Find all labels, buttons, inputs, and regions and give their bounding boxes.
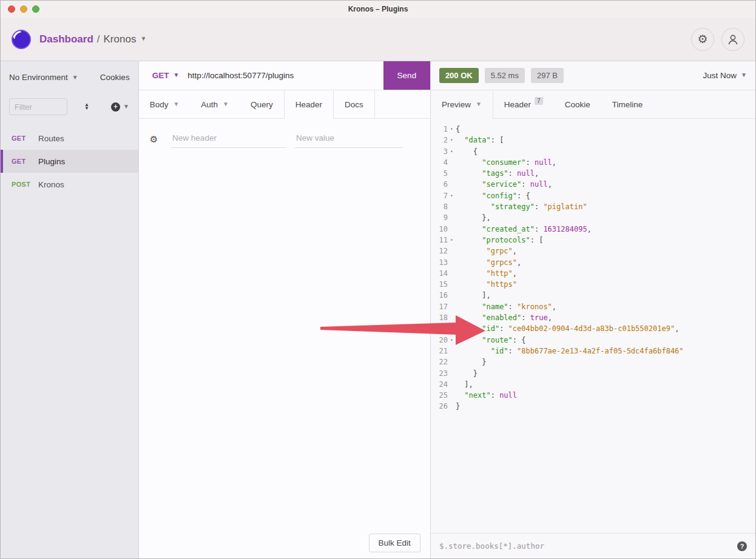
send-button[interactable]: Send xyxy=(383,61,430,90)
environment-selector[interactable]: No Environment▼ xyxy=(9,73,78,82)
tab-body[interactable]: Body▼ xyxy=(139,90,191,118)
code-line: 19 "id": "ce04bb02-0904-4d3d-a83b-c01b55… xyxy=(431,323,755,334)
titlebar: Kronos – Plugins xyxy=(1,1,755,18)
chevron-down-icon: ▼ xyxy=(741,72,747,78)
chevron-down-icon: ▼ xyxy=(173,72,179,78)
tab-header[interactable]: Header xyxy=(284,90,334,119)
size-badge: 297 B xyxy=(531,68,564,83)
settings-button[interactable]: ⚙ xyxy=(691,28,714,51)
time-badge: 5.52 ms xyxy=(485,68,525,83)
code-line: 22 } xyxy=(431,356,755,367)
header-count-badge: 7 xyxy=(535,97,543,105)
code-line: 3▾ { xyxy=(431,146,755,157)
response-history-dropdown[interactable]: Just Now▼ xyxy=(703,71,747,80)
method-dropdown[interactable]: GET▼ xyxy=(139,61,188,90)
status-badge: 200 OK xyxy=(439,68,479,83)
code-line: 2▾ "data": [ xyxy=(431,135,755,146)
method-label: GET xyxy=(12,158,38,165)
code-line: 13 "grpcs", xyxy=(431,257,755,268)
account-button[interactable] xyxy=(721,28,744,51)
tab-auth[interactable]: Auth▼ xyxy=(190,90,240,118)
code-line: 5 "tags": null, xyxy=(431,168,755,179)
new-header-name-input[interactable] xyxy=(171,131,286,148)
chevron-down-icon[interactable]: ▼ xyxy=(140,35,146,42)
response-pane: 200 OK 5.52 ms 297 B Just Now▼ Preview▼ … xyxy=(431,61,755,558)
code-line: 18 "enabled": true, xyxy=(431,312,755,323)
code-line: 26} xyxy=(431,401,755,412)
cookies-button[interactable]: Cookies xyxy=(100,73,130,82)
sidebar-item-routes[interactable]: GET Routes xyxy=(1,127,138,150)
code-line: 12 "grpc", xyxy=(431,246,755,256)
url-input[interactable]: http://localhost:50777/plugins xyxy=(187,61,383,90)
code-line: 8 "strategy": "piglatin" xyxy=(431,201,755,212)
chevron-down-icon: ▼ xyxy=(476,101,482,107)
app-header: Dashboard / Kronos ▼ ⚙ xyxy=(1,18,755,61)
create-request-button[interactable]: + ▼ xyxy=(111,102,129,112)
code-line: 16 ], xyxy=(431,290,755,301)
code-line: 11▾ "protocols": [ xyxy=(431,235,755,246)
app-window: Kronos – Plugins Dashboard / Kronos ▼ ⚙ … xyxy=(0,0,756,559)
method-label: POST xyxy=(12,181,38,188)
gear-icon: ⚙ xyxy=(697,32,707,46)
window-title: Kronos – Plugins xyxy=(1,5,755,13)
tab-preview[interactable]: Preview▼ xyxy=(431,90,493,119)
user-icon xyxy=(727,33,739,45)
header-options-gear-icon[interactable]: ⚙ xyxy=(150,134,158,145)
code-line: 24 ], xyxy=(431,379,755,390)
request-name: Kronos xyxy=(38,180,64,189)
code-line: 21 "id": "8bb677ae-2e13-4a2f-af05-5dc4fa… xyxy=(431,346,755,356)
code-line: 1▾{ xyxy=(431,124,755,135)
breadcrumb-project[interactable]: Dashboard xyxy=(39,33,93,45)
code-line: 17 "name": "kronos", xyxy=(431,301,755,312)
code-line: 20▾ "route": { xyxy=(431,335,755,346)
code-line: 10 "created_at": 1631284095, xyxy=(431,224,755,235)
code-line: 23 } xyxy=(431,368,755,379)
chevron-down-icon: ▼ xyxy=(223,101,229,107)
plus-icon: + xyxy=(111,102,120,112)
request-name: Plugins xyxy=(38,157,65,166)
sidebar: No Environment▼ Cookies ▲▼ + ▼ GET Route… xyxy=(1,61,139,558)
request-name: Routes xyxy=(38,134,64,143)
code-line: 4 "consumer": null, xyxy=(431,157,755,168)
code-line: 15 "https" xyxy=(431,279,755,290)
method-label: GET xyxy=(12,135,38,142)
sort-icon[interactable]: ▲▼ xyxy=(84,103,89,110)
tab-query[interactable]: Query xyxy=(240,90,284,118)
tab-timeline[interactable]: Timeline xyxy=(601,90,654,118)
tab-docs[interactable]: Docs xyxy=(334,90,375,118)
tab-response-header[interactable]: Header7 xyxy=(493,90,554,118)
sidebar-filter-input[interactable] xyxy=(9,98,67,115)
response-filter-input[interactable] xyxy=(439,541,731,551)
breadcrumb-separator: / xyxy=(97,33,100,45)
code-line: 9 }, xyxy=(431,212,755,223)
sidebar-item-kronos[interactable]: POST Kronos xyxy=(1,173,138,196)
new-header-value-input[interactable] xyxy=(295,131,403,148)
bulk-edit-button[interactable]: Bulk Edit xyxy=(369,534,420,552)
code-line: 25 "next": null xyxy=(431,390,755,401)
breadcrumb-workspace[interactable]: Kronos xyxy=(104,33,137,45)
chevron-down-icon: ▼ xyxy=(72,74,78,81)
help-icon[interactable]: ? xyxy=(737,541,747,551)
chevron-down-icon: ▼ xyxy=(173,101,179,107)
request-pane: GET▼ http://localhost:50777/plugins Send… xyxy=(139,61,431,558)
sidebar-item-plugins[interactable]: GET Plugins xyxy=(1,150,138,173)
code-line: 6 "service": null, xyxy=(431,179,755,190)
chevron-down-icon: ▼ xyxy=(123,103,129,110)
response-tabs: Preview▼ Header7 Cookie Timeline xyxy=(431,90,755,119)
response-body-code[interactable]: 1▾{2▾ "data": [3▾ {4 "consumer": null,5 … xyxy=(431,119,755,533)
code-line: 14 "http", xyxy=(431,268,755,279)
tab-cookie[interactable]: Cookie xyxy=(554,90,601,118)
request-list: GET Routes GET Plugins POST Kronos xyxy=(1,127,138,196)
code-line: 7▾ "config": { xyxy=(431,190,755,201)
insomnia-logo-icon xyxy=(12,30,31,49)
request-tabs: Body▼ Auth▼ Query Header Docs xyxy=(139,90,430,119)
